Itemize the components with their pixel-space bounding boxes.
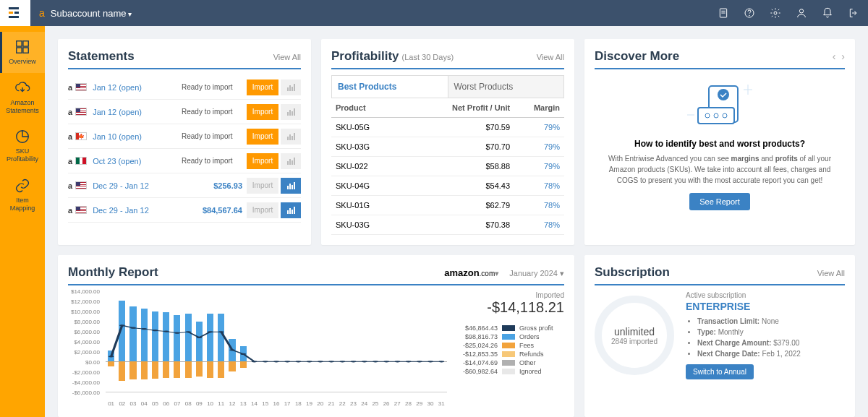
sidebar-item-label: Overview <box>9 58 36 66</box>
subscription-detail: Next Charge Date: Feb 1, 2022 <box>697 349 845 358</box>
svg-point-28 <box>174 332 180 334</box>
statement-date-link[interactable]: Dec 29 - Jan 12 <box>93 181 172 190</box>
subaccount-selector[interactable]: Subaccount name <box>51 8 132 19</box>
profitability-row[interactable]: SKU-03G $70.70 79% <box>331 137 564 157</box>
statement-date-link[interactable]: Jan 12 (open) <box>93 83 172 92</box>
subscription-ring: unlimited 2849 imported <box>595 296 674 375</box>
statements-title: Statements <box>68 49 135 64</box>
settings-icon[interactable] <box>770 7 781 19</box>
amazon-a-icon: a <box>68 157 72 165</box>
sidebar: Overview Amazon Statements SKU Profitabi… <box>0 26 45 417</box>
top-header: a Subaccount name <box>0 0 868 26</box>
profitability-row[interactable]: SKU-03G $70.38 78% <box>331 215 564 235</box>
profitability-row[interactable]: SKU-01G $62.79 78% <box>331 196 564 215</box>
svg-rect-0 <box>9 7 19 9</box>
sku-name: SKU-03G <box>336 142 435 151</box>
app-logo <box>0 0 30 26</box>
sidebar-item-overview[interactable]: Overview <box>0 32 45 73</box>
import-button[interactable]: Import <box>247 129 278 145</box>
sidebar-item-statements[interactable]: Amazon Statements <box>0 73 45 122</box>
svg-point-36 <box>263 361 268 362</box>
sku-name: SKU-01G <box>336 201 435 210</box>
profitability-title: Profitability <box>331 49 399 64</box>
svg-point-39 <box>296 361 302 362</box>
statement-date-link[interactable]: Dec 29 - Jan 12 <box>93 206 172 215</box>
profitability-view-all[interactable]: View All <box>537 53 564 61</box>
dashboard-icon <box>14 39 30 55</box>
profitability-row[interactable]: SKU-05G $70.59 79% <box>331 118 564 137</box>
statement-date-link[interactable]: Jan 12 (open) <box>93 108 172 116</box>
see-report-button[interactable]: See Report <box>689 193 750 210</box>
svg-point-50 <box>417 361 422 362</box>
svg-point-26 <box>153 330 158 331</box>
svg-point-27 <box>163 330 169 332</box>
flag-icon <box>75 181 87 189</box>
sku-name: SKU-03G <box>336 220 435 229</box>
svg-point-33 <box>229 349 235 351</box>
discover-title: Discover More <box>595 49 679 64</box>
statement-row: a Dec 29 - Jan 12 $84,567.64 Import <box>68 198 301 223</box>
legend-item: -$12,853.35Refunds <box>456 351 564 358</box>
sidebar-item-mapping[interactable]: Item Mapping <box>0 171 45 220</box>
marketplace-selector[interactable]: amazon.com ▾ <box>444 267 499 278</box>
svg-point-35 <box>252 361 258 362</box>
amazon-a-icon: a <box>68 181 72 190</box>
statement-row: a Jan 10 (open) Ready to import Import <box>68 124 301 149</box>
tab-worst-products[interactable]: Worst Products <box>448 76 564 98</box>
flag-icon <box>75 132 87 140</box>
tab-best-products[interactable]: Best Products <box>332 76 448 98</box>
flag-icon <box>75 108 87 116</box>
imported-label: Imported <box>456 291 564 299</box>
statement-status: Ready to import <box>182 157 247 165</box>
sidebar-item-profitability[interactable]: SKU Profitability <box>0 121 45 171</box>
statement-row: a Oct 23 (open) Ready to import Import <box>68 149 301 173</box>
legend-item: $98,816.73Orders <box>456 333 564 340</box>
svg-point-38 <box>284 361 290 362</box>
statement-amount: $256.93 <box>182 181 247 190</box>
svg-point-49 <box>406 361 412 362</box>
notifications-icon[interactable] <box>822 7 833 19</box>
profitability-row[interactable]: SKU-022 $58.88 79% <box>331 157 564 176</box>
help-icon[interactable] <box>744 7 755 19</box>
import-button: Import <box>247 202 278 218</box>
sku-name: SKU-04G <box>336 181 435 190</box>
monthly-title: Monthly Report <box>68 265 158 280</box>
statement-date-link[interactable]: Oct 23 (open) <box>93 157 172 165</box>
discover-next[interactable]: › <box>841 51 845 62</box>
discover-prev[interactable]: ‹ <box>833 51 836 62</box>
subscription-card: Subscription View All unlimited 2849 imp… <box>584 255 855 417</box>
margin-value: 79% <box>510 123 560 132</box>
col-margin: Margin <box>510 103 560 112</box>
svg-point-43 <box>340 361 346 362</box>
net-profit-unit: $62.79 <box>435 201 510 210</box>
import-button[interactable]: Import <box>247 153 278 169</box>
svg-point-47 <box>383 361 389 362</box>
svg-rect-18 <box>698 108 734 124</box>
import-button[interactable]: Import <box>247 104 278 120</box>
sidebar-item-label: SKU Profitability <box>3 147 42 163</box>
period-selector[interactable]: January 2024 ▾ <box>509 269 564 278</box>
import-button[interactable]: Import <box>247 79 278 95</box>
docs-icon[interactable] <box>718 7 729 19</box>
discover-illustration <box>595 75 845 133</box>
discover-card: Discover More ‹ › How to identify best a… <box>584 39 855 245</box>
statement-chart-button[interactable] <box>281 178 301 194</box>
svg-point-41 <box>318 361 323 362</box>
statement-row: a Dec 29 - Jan 12 $256.93 Import <box>68 173 301 198</box>
margin-value: 79% <box>510 142 560 151</box>
statement-chart-button <box>281 104 301 120</box>
sku-name: SKU-022 <box>336 162 435 171</box>
switch-annual-button[interactable]: Switch to Annual <box>686 364 754 379</box>
svg-point-24 <box>130 327 136 329</box>
subscription-title: Subscription <box>595 265 670 280</box>
user-icon[interactable] <box>796 7 807 19</box>
subscription-view-all[interactable]: View All <box>817 269 845 278</box>
svg-point-25 <box>142 328 148 330</box>
statements-view-all[interactable]: View All <box>273 53 301 61</box>
statement-chart-button[interactable] <box>281 202 301 218</box>
profitability-row[interactable]: SKU-04G $54.43 78% <box>331 176 564 196</box>
sidebar-item-label: Amazon Statements <box>3 99 42 115</box>
statement-date-link[interactable]: Jan 10 (open) <box>93 132 172 141</box>
logout-icon[interactable] <box>848 7 859 19</box>
svg-point-46 <box>373 361 378 362</box>
